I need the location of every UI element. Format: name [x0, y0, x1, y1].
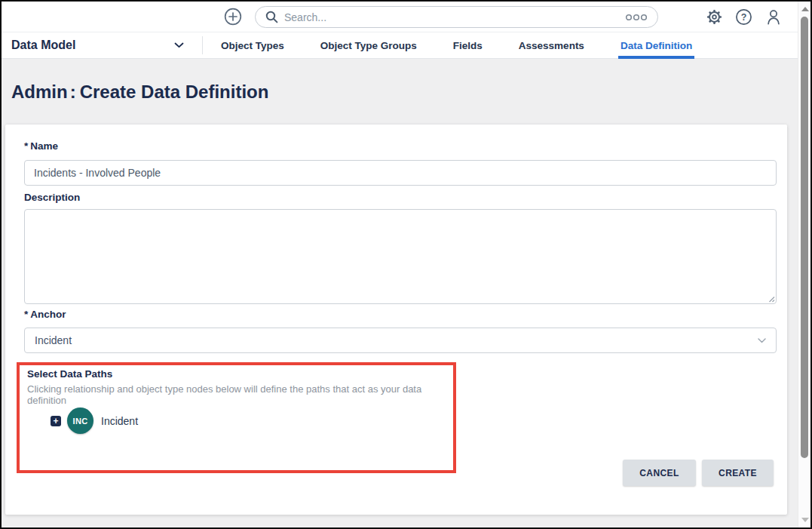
page-title: Admin : Create Data Definition [11, 82, 268, 103]
nav-bar: Data Model Object Types Object Type Grou… [2, 32, 798, 59]
vertical-scrollbar[interactable] [798, 2, 810, 527]
description-field-wrap [24, 209, 777, 304]
select-data-paths-section: Select Data Paths Clicking relationship … [17, 362, 456, 473]
anchor-select-value: Incident [35, 334, 72, 346]
form-actions: CANCEL CREATE [623, 460, 774, 486]
required-marker: * [24, 140, 28, 152]
description-label: Description [24, 192, 80, 203]
form-card: *Name Description *Anchor Incident [5, 125, 787, 515]
anchor-select[interactable]: Incident [24, 328, 777, 353]
magnifier-icon [265, 11, 278, 23]
search-input[interactable] [284, 11, 619, 23]
app-window: ? Data Model Object Types Object Type Gr… [0, 0, 812, 529]
help-button[interactable]: ? [735, 8, 752, 26]
chevron-down-icon [174, 42, 184, 48]
node-label: Incident [101, 415, 138, 427]
create-button[interactable]: CREATE [702, 460, 774, 486]
data-paths-helper-text: Clicking relationship and object type no… [27, 383, 453, 406]
person-icon [765, 8, 783, 26]
required-marker: * [24, 309, 28, 320]
settings-button[interactable] [706, 8, 723, 26]
tab-object-type-groups[interactable]: Object Type Groups [302, 32, 435, 58]
svg-text:?: ? [741, 12, 747, 23]
tab-assessments[interactable]: Assessments [501, 32, 602, 58]
tab-data-definition[interactable]: Data Definition [602, 32, 710, 58]
page-content: Admin : Create Data Definition *Name Des… [2, 59, 798, 527]
tab-fields[interactable]: Fields [435, 32, 501, 58]
user-button[interactable] [765, 8, 783, 26]
page-title-divider: : [70, 82, 76, 103]
top-bar: ? [2, 2, 798, 32]
node-badge: INC [73, 417, 88, 426]
chevron-down-icon [758, 338, 766, 343]
scrollbar-thumb[interactable] [801, 17, 808, 458]
scroll-down-icon[interactable] [801, 518, 809, 522]
gear-icon [706, 8, 723, 26]
ellipsis-icon[interactable] [625, 14, 648, 21]
plus-circle-icon [224, 8, 242, 26]
plus-square-icon[interactable]: + [51, 416, 61, 426]
anchor-label: *Anchor [24, 309, 66, 320]
name-label: *Name [24, 140, 58, 152]
cancel-button[interactable]: CANCEL [623, 460, 696, 486]
scroll-up-icon[interactable] [801, 7, 809, 11]
name-input[interactable] [24, 160, 777, 186]
data-paths-heading: Select Data Paths [27, 368, 112, 380]
module-dropdown[interactable]: Data Model [2, 32, 202, 58]
page-title-name: Create Data Definition [80, 82, 269, 103]
page-title-section: Admin [11, 82, 68, 103]
add-button[interactable] [224, 8, 242, 26]
question-circle-icon: ? [735, 8, 752, 26]
object-type-node[interactable]: INC [67, 408, 93, 434]
module-dropdown-label: Data Model [11, 38, 75, 52]
tab-object-types[interactable]: Object Types [203, 32, 302, 58]
global-search [255, 6, 658, 28]
data-path-root-node: + INC Incident [51, 408, 138, 434]
nav-tabs: Object Types Object Type Groups Fields A… [203, 32, 710, 58]
description-input[interactable] [24, 209, 777, 304]
